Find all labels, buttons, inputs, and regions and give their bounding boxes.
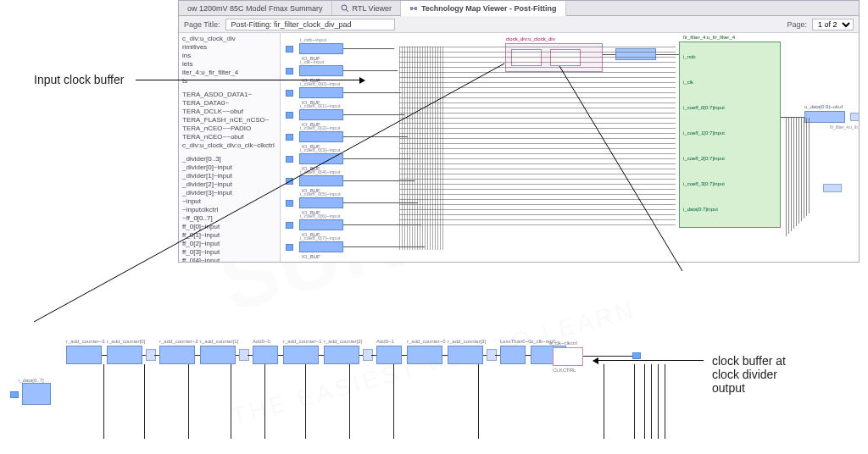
sink-pin[interactable]	[823, 184, 842, 192]
schematic-canvas[interactable]: i_rstb~inputIO_BUFi_clk~inputIO_BUFi_coe…	[281, 33, 859, 262]
output-pin[interactable]	[850, 113, 859, 121]
nav-item[interactable]: c_div:u_clock_div:o_clk~clkctrl	[181, 141, 278, 150]
nav-item[interactable]: TERA_DATA0~	[181, 99, 278, 108]
nav-item[interactable]: ff_0[2]~input	[181, 240, 278, 248]
nav-item[interactable]: ts	[181, 77, 278, 86]
detail-cell[interactable]	[66, 346, 102, 364]
nav-item[interactable]: lter_4:u_fir_filter_4	[181, 69, 278, 77]
nav-item[interactable]: ff_0[4]~input	[181, 257, 278, 262]
nav-item[interactable]: ff_0[0]~input	[181, 223, 278, 231]
page-title-label: Page Title:	[184, 20, 220, 29]
page-label: Page:	[787, 20, 807, 29]
nav-item[interactable]: ff_0[1]~input	[181, 231, 278, 240]
detail-cell[interactable]	[200, 346, 236, 364]
page-select[interactable]: 1 of 2	[812, 19, 854, 30]
detail-clkctrl-sub: CLKCTRL	[553, 368, 576, 373]
nav-item[interactable]: _divider[2]~input	[181, 180, 278, 189]
detail-cell[interactable]	[283, 346, 319, 364]
detail-cell-label: Add0~1	[376, 339, 394, 344]
io-buffer[interactable]: i_coeff_0[1]~inputIO_BUF	[299, 109, 343, 120]
nav-item[interactable]: lets	[181, 60, 278, 69]
clock-div-label: clock_div:u_clock_div	[506, 36, 555, 42]
fir-port-label: i_coeff_0[0:7]input	[683, 105, 725, 110]
io-buffer[interactable]: i_coeff_0[6]~inputIO_BUF	[299, 219, 343, 230]
nav-item[interactable]: c_div:u_clock_div	[181, 35, 278, 43]
clkctrl-buffer[interactable]	[615, 48, 656, 60]
nav-item[interactable]: rimitives	[181, 43, 278, 52]
io-buffer[interactable]: i_clk~inputIO_BUF	[299, 65, 343, 76]
io-buffer[interactable]: i_coeff_0[3]~inputIO_BUF	[299, 153, 343, 164]
tab-bar: ow 1200mV 85C Model Fmax Summary RTL Vie…	[179, 1, 859, 16]
detail-cell[interactable]	[376, 346, 402, 364]
detail-cell[interactable]	[107, 346, 142, 364]
detail-cell[interactable]	[500, 346, 526, 364]
nav-item[interactable]: ~input	[181, 197, 278, 206]
detail-cell-label: r_add_counter~2	[159, 339, 198, 344]
io-buffer[interactable]: i_coeff_0[2]~inputIO_BUF	[299, 131, 343, 142]
detail-cell[interactable]	[324, 346, 359, 364]
nav-item[interactable]: TERA_nCEO~~obuf	[181, 133, 278, 141]
io-buffer-net-label: i_coeff_0[3]~input	[300, 147, 340, 152]
input-pin[interactable]	[286, 200, 293, 207]
hierarchy-navigator[interactable]: c_div:u_clock_divrimitivesinsletslter_4:…	[179, 33, 281, 262]
io-buffer[interactable]: i_rstb~inputIO_BUF	[299, 43, 343, 54]
io-buffer-net-label: i_coeff_0[1]~input	[300, 103, 340, 108]
input-pin[interactable]	[286, 178, 293, 185]
detail-out-pin[interactable]	[632, 352, 641, 359]
io-buffer-net-label: i_coeff_0[0]~input	[300, 81, 340, 86]
io-buffer[interactable]: i_coeff_0[4]~inputIO_BUF	[299, 175, 343, 186]
input-pin[interactable]	[286, 112, 293, 119]
tab-rtl[interactable]: RTL Viewer	[332, 1, 401, 15]
input-pin[interactable]	[286, 134, 293, 141]
detail-cell-label: r_add_counter~0	[407, 339, 446, 344]
input-pin[interactable]	[286, 222, 293, 229]
nav-item[interactable]: TERA_ASDO_DATA1~	[181, 91, 278, 99]
input-pin[interactable]	[286, 46, 293, 53]
detail-cell-label: r_add_counter[2]	[324, 339, 362, 344]
io-buffer-net-label: i_coeff_0[7]~input	[300, 235, 340, 241]
nav-item[interactable]: TERA_DCLK~~obuf	[181, 108, 278, 116]
detail-bus-pin[interactable]	[10, 391, 19, 398]
tab-techmap[interactable]: Technology Map Viewer - Post-Fitting	[401, 1, 566, 16]
detail-cell[interactable]	[253, 346, 278, 364]
detail-cell-label: Add0~0	[253, 339, 270, 344]
detail-bus-buffer[interactable]	[22, 383, 51, 405]
nav-item[interactable]: ins	[181, 52, 278, 60]
input-pin[interactable]	[286, 68, 293, 75]
detail-cell[interactable]	[159, 346, 195, 364]
input-pin[interactable]	[286, 156, 293, 163]
nav-item[interactable]: _divider[0]~input	[181, 163, 278, 172]
input-pin[interactable]	[286, 90, 293, 97]
io-buffer[interactable]: i_coeff_0[0]~inputIO_BUF	[299, 87, 343, 98]
detail-cell-label: LessThan0~0	[500, 339, 531, 344]
svg-rect-2	[410, 7, 413, 10]
nav-item[interactable]: TERA_nCEO~~PADIO	[181, 125, 278, 133]
fir-port-label: i_coeff_3[0:7]input	[683, 181, 725, 186]
input-pin[interactable]	[286, 244, 293, 251]
nav-item[interactable]: ~inputclkctrl	[181, 206, 278, 214]
nav-item[interactable]: ~ff_0[0..7]	[181, 214, 278, 223]
nav-item[interactable]: TERA_FLASH_nCE_nCSO~	[181, 116, 278, 125]
tab-label: ow 1200mV 85C Model Fmax Summary	[187, 4, 323, 13]
io-buffer[interactable]: i_coeff_0[7]~inputIO_BUF	[299, 241, 343, 252]
fir-filter-block[interactable]: fir_filter_4:u_fir_filter_4 i_rstbi_clki…	[679, 42, 781, 228]
output-buffer[interactable]	[804, 111, 845, 123]
detail-cell-label: r_add_counter[1]	[200, 339, 238, 344]
page-title-field[interactable]: Post-Fitting: fir_filter_clock_div_pad	[225, 19, 395, 30]
tab-label: Technology Map Viewer - Post-Fitting	[421, 4, 557, 13]
nav-item[interactable]: _divider[3]~input	[181, 189, 278, 197]
tab-fmax[interactable]: ow 1200mV 85C Model Fmax Summary	[179, 1, 332, 15]
nav-item[interactable]: _divider[0..3]	[181, 155, 278, 163]
detail-cell-label: r_add_counter~3	[66, 339, 105, 344]
magnifier-icon	[341, 4, 349, 13]
detail-clkctrl[interactable]	[553, 347, 583, 366]
nav-item[interactable]: ff_0[3]~input	[181, 248, 278, 257]
detail-cell[interactable]	[448, 346, 483, 364]
detail-cell[interactable]	[407, 346, 442, 364]
detail-clkctrl-label: o_clk~clkctrl	[549, 340, 577, 346]
nav-item[interactable]: _divider[1]~input	[181, 172, 278, 180]
detail-cell-label: r_add_counter~1	[283, 339, 322, 344]
io-buffer[interactable]: i_coeff_0[5]~inputIO_BUF	[299, 197, 343, 208]
fir-port-label: i_rstb	[683, 54, 696, 59]
svg-line-1	[346, 9, 348, 12]
